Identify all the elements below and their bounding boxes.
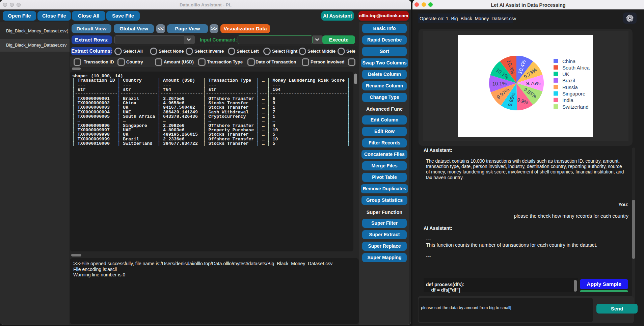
svg-text:India: India (562, 97, 573, 103)
svg-text:Singapore: Singapore (562, 91, 585, 97)
svg-text:China: China (562, 58, 576, 64)
svg-text:Russia: Russia (562, 84, 578, 90)
svg-text:UK: UK (562, 71, 569, 77)
svg-text:Brazil: Brazil (562, 78, 575, 83)
svg-text:10.1%: 10.1% (492, 80, 507, 86)
svg-text:Switzerland: Switzerland (562, 104, 589, 110)
svg-text:9.76%: 9.76% (526, 80, 541, 86)
svg-text:South Africa: South Africa (562, 65, 590, 71)
